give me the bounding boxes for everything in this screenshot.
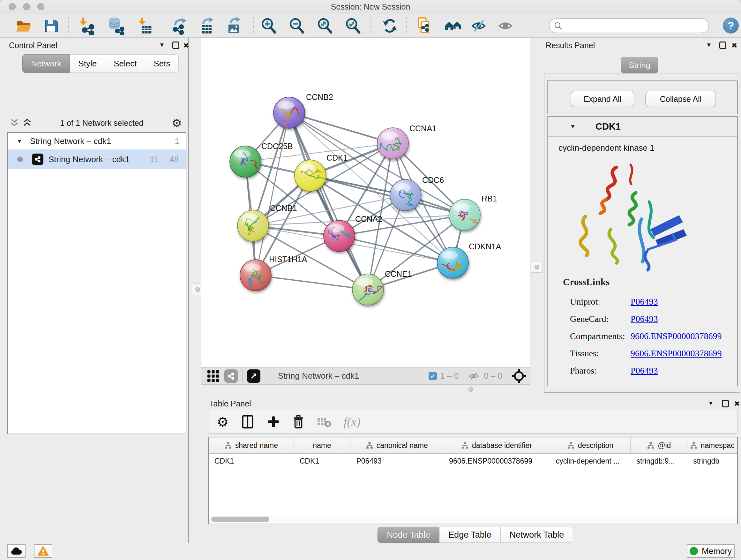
right-splitter-handle[interactable] [531,261,542,273]
clone-network-button[interactable] [414,17,432,35]
cell-sharedname[interactable]: CDK1 [209,455,294,468]
column-header-sharedname[interactable]: shared name [209,437,294,453]
zoom-selected-button[interactable] [344,17,362,35]
column-header-canonicalname[interactable]: canonical name [350,437,443,453]
refresh-button[interactable] [381,17,399,35]
show-all-button[interactable] [497,17,515,35]
cell-canonicalname[interactable]: P06493 [350,455,443,468]
export-network-button[interactable] [170,17,189,35]
panel-float-icon[interactable] [722,400,729,408]
cell-name[interactable]: CDK1 [294,455,351,468]
tab-node-table[interactable]: Node Table [378,527,440,543]
node-CDC25B[interactable] [230,146,261,177]
network-canvas[interactable]: CCNB2CCNA1CDC25BCDK1CDC6RB1CCNB1CCNA2CDK… [201,38,530,367]
search-input[interactable] [562,21,699,30]
crosslink-compartments-link[interactable]: 9606.ENSP00000378699 [630,331,722,341]
panel-close-icon[interactable]: ✖ [731,42,737,50]
panel-float-icon[interactable] [172,42,179,49]
cell-id[interactable]: stringdb:9... [630,455,687,468]
zoom-in-button[interactable] [259,17,278,35]
fit-selection-crosshair-icon[interactable] [512,369,526,383]
panel-menu-icon[interactable]: ▼ [708,400,714,407]
tab-edge-table[interactable]: Edge Table [440,527,501,543]
table-options-gear-icon[interactable]: ⚙ [217,414,229,430]
panel-close-icon[interactable]: ✖ [734,400,740,408]
tab-select[interactable]: Select [105,54,145,73]
birds-eye-view-icon[interactable] [247,369,260,383]
expand-all-button[interactable]: Expand All [570,91,634,107]
node-table[interactable]: shared namenamecanonical namedatabase id… [208,437,738,524]
import-network-file-button[interactable] [78,17,97,35]
export-image-button[interactable] [224,17,243,35]
column-header-namespac[interactable]: namespac [687,437,737,453]
tab-sets[interactable]: Sets [145,54,179,73]
cell-description[interactable]: cyclin-dependent ... [550,455,631,468]
help-button[interactable]: ? [723,17,739,34]
collapse-all-icon[interactable] [10,118,19,128]
network-row-selected[interactable]: String Network – cdk1 11 48 [8,149,186,169]
crosslink-genecard-link[interactable]: P06493 [630,314,658,324]
delete-table-icon-disabled[interactable] [317,415,332,428]
node-HIST1H1A[interactable] [240,260,271,291]
zoom-out-button[interactable] [287,17,306,35]
tab-network[interactable]: Network [22,54,70,73]
zoom-fit-button[interactable] [316,17,334,35]
network-collection-row[interactable]: ▼ String Network – cdk1 1 [8,133,186,149]
import-table-file-button[interactable] [136,17,154,35]
cloud-services-button[interactable] [7,544,25,558]
search-field[interactable] [549,18,709,33]
first-neighbors-button[interactable] [444,17,462,35]
node-CCNA1[interactable] [377,128,408,159]
tab-network-table[interactable]: Network Table [501,527,574,543]
warnings-button[interactable] [34,544,52,558]
scrollbar-thumb[interactable] [211,516,269,522]
hide-selected-button[interactable] [470,17,488,35]
panel-close-icon[interactable]: ✖ [183,42,189,50]
crosslink-pharos-link[interactable]: P06493 [630,366,658,376]
grid-view-icon[interactable] [206,369,220,383]
selected-indicator-checkbox-icon[interactable]: ✓ [428,372,437,380]
collapse-all-button[interactable]: Collapse All [645,91,716,107]
import-network-database-button[interactable] [107,17,125,35]
cell-namespac[interactable]: stringdb [687,455,737,468]
edge-CCNB2-HIST1H1A[interactable] [256,113,289,275]
collection-expander-icon[interactable]: ▼ [17,138,22,145]
column-header-description[interactable]: description [550,437,631,453]
crosslink-uniprot-link[interactable]: P06493 [630,297,658,307]
table-horizontal-scrollbar[interactable] [209,516,737,522]
panel-float-icon[interactable] [719,42,726,49]
show-columns-icon[interactable] [241,415,255,429]
column-header-id[interactable]: @id [630,437,687,453]
crosslink-tissues-link[interactable]: 9606.ENSP00000378699 [630,348,722,359]
network-graph[interactable]: CCNB2CCNA1CDC25BCDK1CDC6RB1CCNB1CCNA2CDK… [201,38,530,367]
open-session-button[interactable] [14,17,33,35]
cell-databaseidentifier[interactable]: 9606.ENSP00000378699 [443,455,550,468]
edge-CCNA2-CDKN1A[interactable] [339,236,453,263]
network-view-mode-icon[interactable] [224,369,238,383]
column-header-databaseidentifier[interactable]: database identifier [443,437,550,453]
node-CDK1[interactable] [294,160,326,191]
save-session-button[interactable] [42,17,60,35]
panel-menu-icon[interactable]: ▼ [159,42,165,49]
protein-card-expander-icon[interactable]: ▼ [570,123,576,130]
tab-style[interactable]: Style [70,54,105,73]
node-CDKN1A[interactable] [437,247,468,278]
column-header-name[interactable]: name [294,437,351,453]
edge-HIST1H1A-CCNE1[interactable] [256,275,368,290]
node-CCNE1[interactable] [352,274,384,305]
node-CDC6[interactable] [390,179,421,211]
export-table-button[interactable] [198,17,216,35]
table-row[interactable]: CDK1CDK1P064939606.ENSP00000378699cyclin… [209,455,737,468]
memory-button[interactable]: Memory [687,544,735,558]
function-builder-icon-disabled[interactable]: f(x) [344,415,360,429]
node-CCNB1[interactable] [238,210,269,241]
expand-all-icon[interactable] [22,118,32,128]
node-RB1[interactable] [449,199,480,231]
tab-string[interactable]: String [621,57,658,73]
add-column-icon[interactable] [267,415,280,428]
protein-card-header[interactable]: ▼ CDK1 [548,117,737,137]
panel-menu-icon[interactable]: ▼ [706,42,712,49]
network-list-options-gear-icon[interactable]: ⚙ [172,117,182,130]
horizontal-splitter-handle[interactable] [468,387,473,392]
node-CCNA2[interactable] [324,220,355,252]
